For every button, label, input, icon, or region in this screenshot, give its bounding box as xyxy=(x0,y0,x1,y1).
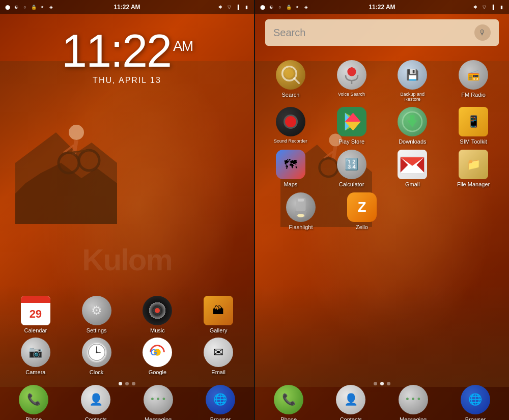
search-bar[interactable]: Search 🎙 xyxy=(265,19,499,46)
zello-icon: Z xyxy=(347,192,377,222)
calendar-icon: 29 xyxy=(21,296,50,325)
calculator-label: Calculator xyxy=(339,181,364,187)
calculator-icon: 🔢 xyxy=(337,150,366,179)
calendar-number: 29 xyxy=(30,303,42,325)
drawer-row-1: Search Voice Search 💾 Backup and Re xyxy=(260,60,504,102)
app-downloads[interactable]: Downloads xyxy=(392,107,433,145)
google-icon: G xyxy=(143,338,172,367)
right-screen: ⬤ ☯ ○ 🔒 ✦ ◈ 11:22 AM ✱ ▽ ▐ ▮ Search 🎙 xyxy=(255,0,509,420)
drawer-row-4: Flashlight Z Zello xyxy=(260,192,504,230)
app-play-store[interactable]: Play Store xyxy=(331,107,372,145)
right-android-icon: ◈ xyxy=(302,4,309,11)
search-app-icon xyxy=(276,60,305,90)
right-status-time: 11:22 AM xyxy=(369,4,395,11)
camera-label: Camera xyxy=(25,369,45,375)
right-dock-browser[interactable]: 🌐 Browser xyxy=(455,385,496,421)
svg-rect-31 xyxy=(410,115,415,121)
sound-recorder-label: Sound Recorder xyxy=(274,138,307,144)
drawer-grid: Search Voice Search 💾 Backup and Re xyxy=(255,55,509,382)
biker-illustration xyxy=(15,81,117,224)
right-dot-2 xyxy=(380,382,384,385)
lock-icon: 🔒 xyxy=(30,4,37,11)
app-grid: 29 Calendar ⚙ Settings Music xyxy=(0,296,254,379)
svg-rect-23 xyxy=(349,67,354,76)
app-clock[interactable]: Clock xyxy=(76,338,117,375)
right-phone-icon: 📞 xyxy=(274,385,303,414)
sim-toolkit-icon: 📱 xyxy=(459,107,488,136)
right-lock-icon: 🔒 xyxy=(285,4,292,11)
sim-toolkit-label: SIM Toolkit xyxy=(460,138,487,145)
bluetooth-icon: ✱ xyxy=(217,4,224,11)
backup-label: Backup and Restore xyxy=(392,92,433,102)
play-store-icon xyxy=(337,107,366,136)
clock-label: Clock xyxy=(90,369,104,375)
right-contacts-icon: 👤 xyxy=(336,385,365,414)
right-browser-label: Browser xyxy=(465,416,486,421)
music-label: Music xyxy=(150,327,165,333)
svg-text:G: G xyxy=(151,347,157,357)
spiral-icon: ☯ xyxy=(13,4,20,11)
app-sound-recorder[interactable]: Sound Recorder xyxy=(270,107,311,145)
clock-face xyxy=(87,342,107,362)
right-circle-icon: ⬤ xyxy=(259,4,266,11)
right-dock-contacts[interactable]: 👤 Contacts xyxy=(330,385,371,421)
drawer-row-3: 🗺 Maps 🔢 Calculator xyxy=(260,150,504,187)
dock-browser[interactable]: 🌐 Browser xyxy=(200,385,241,421)
dock-phone[interactable]: 📞 Phone xyxy=(13,385,54,421)
fm-radio-label: FM Radio xyxy=(461,92,486,98)
app-maps[interactable]: 🗺 Maps xyxy=(270,150,311,187)
google-label: Google xyxy=(149,369,166,375)
app-google[interactable]: G Google xyxy=(137,338,178,375)
svg-point-2 xyxy=(69,125,84,140)
flashlight-icon xyxy=(286,192,316,222)
app-sim-toolkit[interactable]: 📱 SIM Toolkit xyxy=(453,107,494,145)
calendar-label: Calendar xyxy=(24,327,47,333)
search-label: Search xyxy=(281,92,299,98)
settings-icon: ⚙ xyxy=(82,296,111,325)
clock-icon xyxy=(82,338,111,367)
app-backup[interactable]: 💾 Backup and Restore xyxy=(392,60,433,102)
signal-icon: ▐ xyxy=(234,4,241,11)
contacts-icon: 👤 xyxy=(81,385,110,414)
search-placeholder: Search xyxy=(273,27,474,39)
app-gmail[interactable]: Gmail xyxy=(392,150,433,187)
maps-icon: 🗺 xyxy=(276,150,305,179)
dock: 📞 Phone 👤 Contacts • • • Messaging 🌐 Bro… xyxy=(0,387,254,420)
flashlight-label: Flashlight xyxy=(289,224,313,230)
music-icon xyxy=(143,296,172,325)
mic-icon[interactable]: 🎙 xyxy=(474,24,491,41)
downloads-icon xyxy=(398,107,427,136)
app-file-manager[interactable]: 📁 File Manager xyxy=(453,150,494,187)
watermark: Kulom xyxy=(82,242,172,277)
phone-icon: 📞 xyxy=(19,385,48,414)
app-email[interactable]: ✉ Email xyxy=(198,338,239,375)
app-music[interactable]: Music xyxy=(137,296,178,333)
android-icon: ◈ xyxy=(47,4,54,11)
date-display: THU, APRIL 13 xyxy=(0,76,254,85)
dock-contacts[interactable]: 👤 Contacts xyxy=(75,385,116,421)
app-fm-radio[interactable]: 📻 FM Radio xyxy=(453,60,494,102)
status-icons-right: ✱ ▽ ▐ ▮ xyxy=(217,4,250,11)
zello-label: Zello xyxy=(356,224,368,230)
app-gallery[interactable]: 🏔 Gallery xyxy=(198,296,239,333)
sound-recorder-icon xyxy=(276,107,305,136)
app-calendar[interactable]: 29 Calendar xyxy=(15,296,56,333)
right-dot-1 xyxy=(374,382,377,385)
app-settings[interactable]: ⚙ Settings xyxy=(76,296,117,333)
gmail-label: Gmail xyxy=(405,181,420,187)
right-dock-phone[interactable]: 📞 Phone xyxy=(268,385,309,421)
play-store-label: Play Store xyxy=(338,138,364,145)
lock-screen-time: 11:22AM THU, APRIL 13 xyxy=(0,28,254,85)
dock-messaging[interactable]: • • • Messaging xyxy=(138,385,179,421)
app-calculator[interactable]: 🔢 Calculator xyxy=(331,150,372,187)
app-zello[interactable]: Z Zello xyxy=(342,192,382,230)
app-voice-search[interactable]: Voice Search xyxy=(331,60,372,102)
svg-point-38 xyxy=(297,214,304,217)
right-dock-messaging[interactable]: • • • Messaging xyxy=(393,385,434,421)
svg-rect-39 xyxy=(298,199,304,202)
ring-icon: ○ xyxy=(21,4,29,11)
app-flashlight[interactable]: Flashlight xyxy=(280,192,321,230)
app-search[interactable]: Search xyxy=(270,60,311,102)
app-camera[interactable]: 📷 Camera xyxy=(15,338,56,375)
app-row-2: 📷 Camera Clock xyxy=(5,338,249,375)
